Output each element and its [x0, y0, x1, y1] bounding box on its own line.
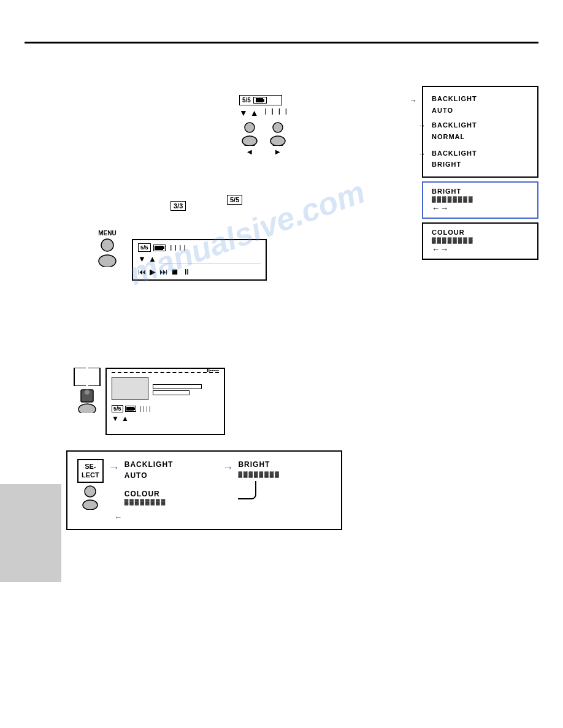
svg-point-10: [101, 239, 113, 251]
svg-point-1: [242, 136, 257, 146]
lower-diagram-box: SE-LECT → BACKLIGHTAUTO COLOUR ▓▓▓▓▓▓▓▓ …: [66, 450, 342, 530]
svg-point-11: [99, 255, 116, 267]
arrow-right-1: →: [109, 461, 120, 474]
backlight-bright-label: BACKLIGHTBRIGHT: [432, 150, 477, 169]
colour-box: COLOUR ▓▓▓▓▓▓▓▓ ←→: [422, 222, 538, 260]
bright-box: BRIGHT ▓▓▓▓▓▓▓▓ ←→: [422, 181, 538, 219]
backlight-normal-label: BACKLIGHTNORMAL: [432, 121, 477, 140]
arrow-right-2: →: [222, 461, 233, 474]
screen-nav-down[interactable]: ▼: [138, 254, 146, 264]
person-icon-left: [239, 121, 260, 146]
screen-display-upper: 5/5 | | | | ▼ ▲ ⏮ ▶ ⏭ ⏹ ⏸: [132, 239, 267, 281]
svg-point-16: [83, 500, 98, 510]
nav-down-arrow[interactable]: ▼: [239, 108, 248, 118]
top-rule: [25, 42, 538, 44]
right-panel: → BACKLIGHTAUTO → BACKLIGHTNORMAL → BACK…: [422, 86, 538, 264]
rewind-btn[interactable]: ⏮: [138, 267, 146, 276]
backlight-menu-box: → BACKLIGHTAUTO → BACKLIGHTNORMAL → BACK…: [422, 86, 538, 178]
bright-title: BRIGHT: [432, 188, 529, 195]
lower-backlight-label: BACKLIGHTAUTO: [124, 459, 218, 481]
svg-point-15: [85, 486, 96, 497]
lower-bright-label: BRIGHT: [238, 459, 331, 470]
person-icon-right: [267, 121, 288, 146]
svg-point-6: [270, 136, 285, 146]
ffwd-btn[interactable]: ⏭: [159, 267, 167, 276]
colour-lr-arrows: ←→: [432, 245, 529, 254]
counter-55: 5/5: [227, 195, 242, 205]
select-person-icon: [80, 485, 101, 510]
colour-title: COLOUR: [432, 229, 529, 236]
nav-up-arrow[interactable]: ▲: [250, 108, 259, 118]
bright-lr-arrows: ←→: [432, 203, 529, 213]
arrow-left-1: ←: [114, 512, 331, 521]
svg-point-0: [245, 123, 255, 132]
counter-33: 3/3: [170, 201, 186, 211]
play-btn[interactable]: ▶: [150, 267, 156, 276]
select-box: SE-LECT: [77, 459, 104, 483]
lower-nav-up[interactable]: ▲: [121, 414, 129, 423]
screen-nav-up[interactable]: ▲: [148, 254, 156, 264]
pause-btn[interactable]: ⏸: [183, 267, 191, 276]
svg-point-14: [79, 404, 96, 413]
main-counter-area: 5/5 ▼ ▲ | | | | ◀: [239, 95, 288, 155]
lower-nav-down[interactable]: ▼: [112, 414, 119, 423]
svg-point-5: [273, 123, 283, 132]
menu-person-icon: [95, 238, 120, 267]
lower-screen-display: II----- 5/5 | | | | ▼ ▲: [105, 368, 225, 435]
counter-badge-small: 5/5: [242, 97, 251, 104]
left-gray-bar: [0, 484, 61, 582]
lower-screen-area: II----- 5/5 | | | | ▼ ▲: [74, 368, 225, 438]
svg-point-13: [85, 390, 90, 395]
lower-person-icon-left: [75, 387, 99, 413]
menu-area: MENU: [95, 230, 120, 270]
backlight-auto-label: BACKLIGHTAUTO: [432, 93, 529, 116]
lower-colour-label: COLOUR: [124, 490, 218, 498]
stop-btn[interactable]: ⏹: [171, 267, 179, 276]
